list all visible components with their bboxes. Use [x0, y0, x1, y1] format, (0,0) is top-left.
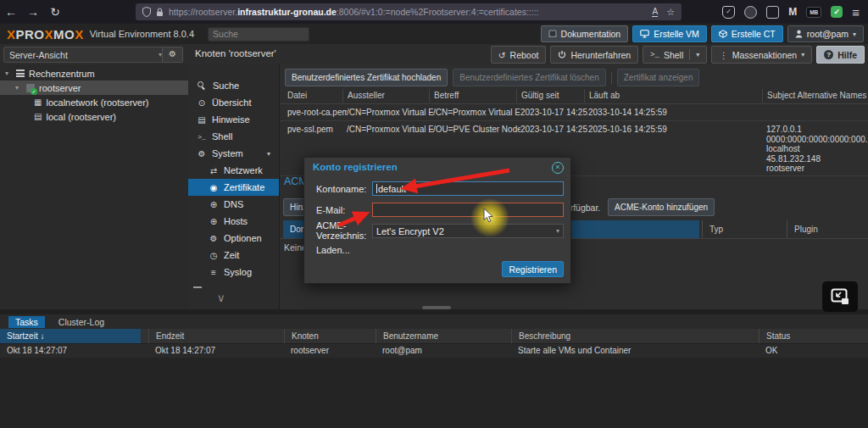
clock-icon: ◷	[209, 251, 219, 260]
lock-icon[interactable]	[156, 8, 164, 17]
column-header-status[interactable]: Status	[759, 329, 868, 343]
extension-badge-icon[interactable]: MB	[806, 7, 821, 18]
sort-desc-icon: ↓	[40, 331, 44, 341]
column-header-gueltig-seit[interactable]: Gültig seit	[516, 89, 589, 103]
create-ct-button[interactable]: Erstelle CT	[711, 25, 783, 42]
column-header-startzeit[interactable]: Startzeit ↓	[0, 329, 141, 343]
column-header-san[interactable]: Subject Alternative Names	[762, 89, 868, 103]
menu-item-zertifikate[interactable]: ◉Zertifikate	[188, 179, 279, 196]
tree-item-datacenter[interactable]: ▾ Rechenzentrum	[0, 66, 188, 81]
view-certificate-button[interactable]: Zertifikat anzeigen	[617, 69, 700, 86]
tree-item-localnetwork[interactable]: ▦ localnetwork (rootserver)	[0, 95, 188, 109]
column-header-typ[interactable]: Typ	[702, 220, 791, 238]
user-icon	[795, 30, 803, 38]
menu-item-system[interactable]: ⚙System▾	[188, 145, 279, 162]
menu-item-dns[interactable]: ⊕DNS	[188, 196, 279, 213]
tree-item-local-storage[interactable]: ▤ local (rootserver)	[0, 109, 188, 124]
create-ct-label: Erstelle CT	[732, 29, 776, 39]
column-header-beschreibung[interactable]: Beschreibung	[511, 329, 756, 343]
menu-item-suche[interactable]: Suche	[188, 77, 279, 94]
email-input[interactable]	[372, 203, 564, 217]
cell-laeuft-ab: 2033-10-14 14:25:59	[584, 106, 766, 120]
node-icon: ✓	[26, 84, 35, 92]
column-header-benutzername[interactable]: Benutzername	[376, 329, 510, 343]
close-icon[interactable]: ×	[552, 162, 564, 174]
acme-directory-select[interactable]: Let's Encrypt V2 ▾	[372, 224, 564, 238]
column-header-laeuft-ab[interactable]: Läuft ab	[584, 89, 767, 103]
global-search-input[interactable]	[208, 27, 309, 42]
menu-label: Zeit	[224, 250, 239, 260]
tasks-panel: Tasks Cluster-Log Startzeit ↓ Endzeit Kn…	[0, 314, 868, 428]
extension-m-icon[interactable]: M	[788, 6, 797, 18]
column-header-endzeit[interactable]: Endzeit	[148, 329, 283, 343]
loading-text: Laden...	[316, 245, 350, 255]
acme-directory-value: Let's Encrypt V2	[376, 226, 444, 236]
browser-menu-icon[interactable]: ≡	[852, 5, 860, 19]
storage-icon: ▤	[34, 112, 42, 121]
cell-startzeit: Okt 18 14:27:07	[0, 343, 67, 358]
tree-settings-button[interactable]: ⚙	[162, 47, 183, 63]
browser-forward-icon[interactable]: →	[22, 5, 44, 19]
cell-san: 127.0.0.1 0000:0000:0000:0000:000... loc…	[762, 125, 868, 174]
tree-item-rootserver[interactable]: ▾ ✓ rootserver	[0, 81, 188, 95]
column-header-aussteller[interactable]: Aussteller	[342, 89, 434, 103]
monitor-icon	[640, 30, 649, 38]
tree-caret-icon[interactable]: ▾	[15, 84, 22, 92]
menu-label: Suche	[213, 81, 239, 91]
column-header-betreff[interactable]: Betreff	[429, 89, 521, 103]
browser-back-icon[interactable]: ←	[0, 5, 22, 19]
browser-reload-icon[interactable]: ↻	[44, 5, 66, 19]
extension-shield-icon[interactable]: ✓	[722, 6, 735, 19]
menu-scroll-more-icon[interactable]: ∨	[217, 292, 225, 304]
overview-icon: ⊙	[197, 98, 207, 108]
column-header-knoten[interactable]: Knoten	[284, 329, 376, 343]
menu-item-uebersicht[interactable]: ⊙Übersicht	[188, 94, 279, 111]
task-row[interactable]: Okt 18 14:27:07 Okt 18 14:27:07 rootserv…	[0, 343, 868, 359]
extension-circle-icon[interactable]	[744, 6, 757, 19]
extension-box-icon[interactable]	[766, 6, 779, 19]
user-menu-button[interactable]: root@pam ▾	[787, 25, 864, 42]
menu-item-syslog[interactable]: ≡Syslog	[188, 264, 279, 281]
register-button[interactable]: Registrieren	[502, 261, 564, 277]
menu-item-shell[interactable]: >_Shell	[188, 128, 279, 145]
view-select[interactable]: Server-Ansicht ▾	[3, 47, 168, 63]
create-vm-label: Erstelle VM	[654, 29, 699, 39]
menu-item-zeit[interactable]: ◷Zeit	[188, 247, 279, 264]
shrink-window-icon[interactable]	[822, 281, 858, 312]
node-title: Knoten 'rootserver'	[195, 48, 276, 58]
reboot-button[interactable]: ↺ Reboot	[491, 46, 547, 64]
shutdown-button[interactable]: Herunterfahren	[550, 46, 638, 64]
tab-tasks[interactable]: Tasks	[8, 316, 45, 328]
menu-item-netzwerk[interactable]: ⇄Netzwerk	[188, 162, 279, 179]
create-vm-button[interactable]: Erstelle VM	[632, 25, 707, 42]
cell-gueltig-seit: 2023-10-17 14:25:59	[516, 106, 588, 120]
delete-custom-certificate-button[interactable]: Benutzerdefiniertes Zertifikat löschen	[453, 69, 606, 86]
acme-directory-label-line1: ACME-	[316, 220, 366, 231]
upload-custom-certificate-button[interactable]: Benutzerdefiniertes Zertifikat hochladen	[285, 69, 448, 86]
browser-address-bar[interactable]: https://rootserver.infrastruktur-gronau.…	[136, 3, 682, 20]
tab-cluster-log[interactable]: Cluster-Log	[52, 316, 111, 328]
kontoname-input[interactable]: default	[372, 181, 564, 196]
menu-item-hosts[interactable]: ⊕Hosts	[188, 213, 279, 230]
chevron-down-icon: ▾	[801, 51, 804, 58]
tree-item-label: localnetwork (rootserver)	[46, 97, 148, 108]
extension-adguard-icon[interactable]: ✓	[831, 6, 843, 18]
menu-item-hinweise[interactable]: ▤Hinweise	[188, 111, 279, 128]
chevron-down-icon[interactable]: ▾	[696, 51, 699, 58]
menu-truncated-item	[193, 286, 202, 288]
tracking-shield-icon[interactable]	[142, 7, 151, 17]
menu-item-optionen[interactable]: ⚙Optionen	[188, 230, 279, 247]
translate-icon[interactable]: A	[652, 7, 658, 17]
list-icon: ≡	[209, 268, 219, 277]
bulk-actions-button[interactable]: ⋮ Massenaktionen ▾	[711, 46, 812, 64]
column-header-datei[interactable]: Datei	[283, 89, 347, 103]
acme-register-account-button[interactable]: ACME-Konto hinzufügen	[608, 198, 715, 216]
help-button[interactable]: ? Hilfe	[816, 46, 865, 64]
url-text[interactable]: https://rootserver.infrastruktur-gronau.…	[169, 7, 539, 17]
bookmark-star-icon[interactable]: ☆	[666, 7, 675, 18]
shell-button[interactable]: >_ Shell ▾	[643, 46, 707, 64]
column-header-plugin[interactable]: Plugin	[787, 220, 868, 238]
browser-toolbar: ← → ↻ https://rootserver.infrastruktur-g…	[0, 0, 868, 24]
tree-caret-icon[interactable]: ▾	[5, 69, 12, 77]
documentation-button[interactable]: Dokumentation	[541, 25, 629, 42]
